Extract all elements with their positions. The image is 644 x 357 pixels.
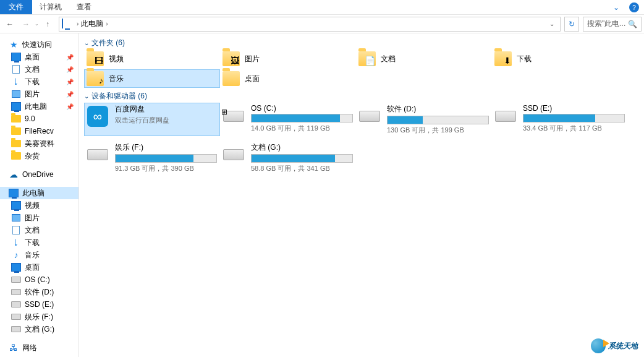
- network-icon: 🖧: [9, 343, 19, 353]
- sidebar-item-label: SSD (E:): [25, 300, 54, 309]
- sidebar-item[interactable]: 杂货: [0, 150, 78, 162]
- sidebar-item-label: 下载: [25, 238, 40, 248]
- menu-view[interactable]: 查看: [69, 0, 99, 14]
- navigation-bar: ← → ⌄ ↑ › 此电脑 › ⌄ ↻ 搜索"此电... 🔍: [0, 15, 644, 33]
- sidebar-item[interactable]: SSD (E:): [0, 298, 78, 311]
- sidebar-item-label: 图片: [25, 89, 40, 100]
- sidebar-label: 快速访问: [22, 40, 52, 50]
- folder-name: 文档: [381, 54, 396, 64]
- sidebar-quick-access[interactable]: ★ 快速访问: [0, 38, 78, 51]
- sidebar-item[interactable]: 此电脑📌: [0, 100, 78, 113]
- ribbon-expand-icon[interactable]: ⌄: [608, 0, 624, 14]
- sidebar-item[interactable]: ⭣下载: [0, 236, 78, 249]
- pin-icon: 📌: [66, 79, 74, 85]
- drive-item[interactable]: ∞百度网盘双击运行百度网盘: [84, 103, 220, 136]
- drive-name: 娱乐 (F:): [115, 142, 218, 153]
- breadcrumb-caret-icon[interactable]: ›: [103, 20, 110, 27]
- drive-name: 文档 (G:): [251, 142, 354, 153]
- drive-usage-bar: [251, 114, 353, 123]
- folder-name: 下载: [517, 54, 532, 64]
- group-title: 文件夹 (6): [91, 38, 125, 48]
- sidebar-item-label: 桌面: [25, 52, 40, 62]
- sidebar-item-label: 杂货: [25, 151, 40, 161]
- search-input[interactable]: 搜索"此电... 🔍: [583, 17, 642, 32]
- folder-icon: [11, 139, 21, 148]
- search-placeholder: 搜索"此电...: [587, 19, 625, 29]
- sidebar-label: 此电脑: [22, 188, 44, 199]
- folder-icon: ⬇: [494, 51, 512, 67]
- sidebar-label: 网络: [22, 343, 37, 353]
- sidebar-item-label: 文档 (G:): [25, 324, 54, 335]
- help-icon[interactable]: ?: [629, 2, 639, 12]
- drive-item[interactable]: ⊞OS (C:)14.0 GB 可用，共 119 GB: [220, 103, 356, 136]
- drive-name: SSD (E:): [523, 104, 625, 113]
- folder-icon: [11, 126, 21, 136]
- drive-info: 14.0 GB 可用，共 119 GB: [251, 124, 354, 133]
- sidebar-item[interactable]: 娱乐 (F:): [0, 311, 78, 323]
- sidebar-item[interactable]: ♪音乐: [0, 249, 78, 261]
- history-dropdown-icon[interactable]: ⌄: [35, 21, 39, 27]
- folder-item[interactable]: ⬇下载: [492, 49, 628, 68]
- back-button[interactable]: ←: [2, 17, 17, 32]
- sidebar-item[interactable]: 桌面: [0, 261, 78, 273]
- drive-item[interactable]: 文档 (G:)58.8 GB 可用，共 341 GB: [220, 141, 356, 174]
- sidebar-item[interactable]: 9.0: [0, 113, 78, 125]
- sidebar-item-label: 视频: [25, 200, 40, 211]
- group-header-folders[interactable]: ⌄ 文件夹 (6): [79, 36, 644, 49]
- folder-item[interactable]: ♪音乐: [84, 69, 220, 88]
- breadcrumb-caret-icon[interactable]: ›: [74, 20, 81, 27]
- sidebar-item[interactable]: OS (C:): [0, 273, 78, 286]
- folder-item[interactable]: 🎞视频: [84, 49, 220, 68]
- sidebar-item[interactable]: 图片📌: [0, 88, 78, 100]
- group-title: 设备和驱动器 (6): [91, 91, 147, 101]
- group-header-drives[interactable]: ⌄ 设备和驱动器 (6): [79, 89, 644, 103]
- globe-icon: [591, 338, 606, 353]
- folder-icon: 📄: [358, 51, 376, 67]
- sidebar-item[interactable]: 美赛资料: [0, 137, 78, 150]
- sidebar-item[interactable]: 图片: [0, 212, 78, 224]
- sidebar-item-label: 下载: [25, 77, 40, 87]
- address-bar[interactable]: › 此电脑 › ⌄: [59, 17, 561, 32]
- pin-icon: 📌: [66, 103, 74, 110]
- pc-icon: [9, 188, 19, 198]
- sidebar-item[interactable]: 软件 (D:): [0, 286, 78, 298]
- drive-item[interactable]: SSD (E:)33.4 GB 可用，共 117 GB: [492, 103, 628, 136]
- drive-icon: [11, 324, 21, 334]
- sidebar-network[interactable]: 🖧 网络: [0, 342, 78, 354]
- drive-item[interactable]: 娱乐 (F:)91.3 GB 可用，共 390 GB: [84, 141, 220, 174]
- sidebar-item[interactable]: FileRecv: [0, 125, 78, 137]
- sidebar-onedrive[interactable]: ☁ OneDrive: [0, 168, 78, 181]
- folder-item[interactable]: 📄文档: [356, 49, 492, 68]
- sidebar-item[interactable]: ⭣下载📌: [0, 75, 78, 88]
- up-button[interactable]: ↑: [40, 17, 55, 32]
- menu-file[interactable]: 文件: [0, 0, 32, 14]
- drive-info: 130 GB 可用，共 199 GB: [387, 126, 489, 135]
- drive-item[interactable]: 软件 (D:)130 GB 可用，共 199 GB: [356, 103, 492, 136]
- doc-icon: [11, 225, 21, 235]
- sidebar-item-label: 音乐: [25, 250, 40, 260]
- monitor-icon: [11, 52, 21, 62]
- breadcrumb-location[interactable]: 此电脑: [81, 19, 103, 29]
- monitor-icon: [11, 262, 21, 272]
- drive-icon: [495, 111, 516, 122]
- folder-item[interactable]: 桌面: [220, 69, 356, 88]
- sidebar-item[interactable]: 桌面📌: [0, 51, 78, 63]
- sidebar-item-label: 桌面: [25, 262, 40, 273]
- drive-icon: [87, 149, 108, 160]
- forward-button[interactable]: →: [19, 17, 33, 32]
- drive-info: 58.8 GB 可用，共 341 GB: [251, 164, 354, 173]
- location-icon: [62, 19, 72, 29]
- menu-computer[interactable]: 计算机: [32, 0, 69, 14]
- sidebar-item[interactable]: 文档: [0, 224, 78, 236]
- folder-icon: 🖼: [222, 51, 240, 67]
- sidebar-item[interactable]: 文档 (G:): [0, 323, 78, 335]
- sidebar-item[interactable]: 文档📌: [0, 63, 78, 75]
- refresh-button[interactable]: ↻: [564, 17, 579, 32]
- sidebar-item-label: 文档: [25, 64, 40, 75]
- address-dropdown-icon[interactable]: ⌄: [546, 20, 557, 27]
- folder-item[interactable]: 🖼图片: [220, 49, 356, 68]
- sidebar-this-pc[interactable]: 此电脑: [0, 187, 78, 199]
- sidebar-item[interactable]: 视频: [0, 199, 78, 212]
- sidebar-label: OneDrive: [22, 170, 54, 179]
- drive-info: 33.4 GB 可用，共 117 GB: [523, 124, 625, 133]
